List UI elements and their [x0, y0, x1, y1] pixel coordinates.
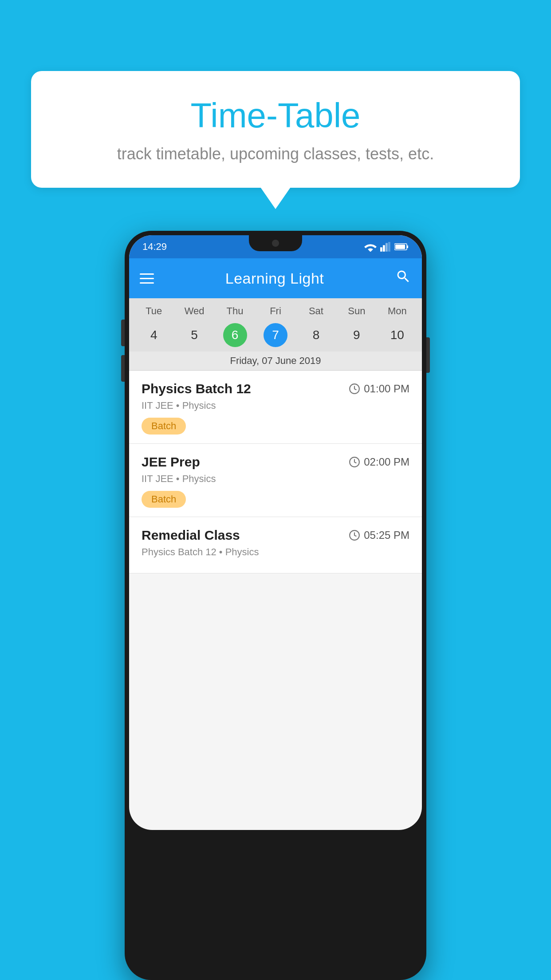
- day-name-sat: Sat: [296, 305, 336, 320]
- class-subtitle: IIT JEE • Physics: [142, 400, 409, 411]
- volume-down-button: [121, 355, 125, 382]
- svg-rect-1: [383, 245, 385, 251]
- class-item-header: Remedial Class 05:25 PM: [142, 528, 409, 543]
- status-bar: 14:29: [129, 235, 422, 258]
- calendar-day-6[interactable]: 6: [223, 323, 247, 347]
- class-name: Physics Batch 12: [142, 381, 251, 396]
- day-name-fri: Fri: [255, 305, 295, 320]
- volume-up-button: [121, 320, 125, 346]
- class-name: JEE Prep: [142, 454, 200, 470]
- calendar-day-names: Tue Wed Thu Fri Sat Sun Mon: [129, 305, 422, 320]
- list-item[interactable]: Remedial Class 05:25 PM Physics Batch 12…: [129, 517, 422, 573]
- calendar-day-4[interactable]: 4: [134, 323, 174, 347]
- class-time: 01:00 PM: [349, 383, 409, 395]
- calendar-day-8[interactable]: 8: [296, 323, 336, 347]
- selected-date: Friday, 07 June 2019: [129, 352, 422, 371]
- speech-bubble-section: Time-Table track timetable, upcoming cla…: [31, 71, 520, 188]
- time-label: 01:00 PM: [364, 383, 409, 395]
- svg-rect-3: [388, 242, 390, 252]
- app-title: Learning Light: [225, 270, 324, 287]
- list-item[interactable]: Physics Batch 12 01:00 PM IIT JEE • Phys…: [129, 371, 422, 444]
- calendar-day-5[interactable]: 5: [174, 323, 214, 347]
- svg-rect-0: [380, 247, 382, 252]
- class-subtitle: Physics Batch 12 • Physics: [142, 546, 409, 558]
- class-time: 02:00 PM: [349, 456, 409, 468]
- menu-button[interactable]: [140, 273, 154, 284]
- phone-frame: 14:29: [125, 231, 426, 980]
- day-name-wed: Wed: [174, 305, 214, 320]
- calendar-day-7[interactable]: 7: [264, 323, 287, 347]
- day-name-tue: Tue: [134, 305, 174, 320]
- battery-icon: [394, 243, 409, 251]
- clock-icon: [349, 530, 360, 541]
- app-bar: Learning Light: [129, 258, 422, 298]
- status-icons: [364, 242, 409, 252]
- class-item-header: JEE Prep 02:00 PM: [142, 454, 409, 470]
- bubble-title: Time-Table: [58, 95, 493, 136]
- notch: [249, 235, 302, 251]
- camera: [272, 240, 279, 247]
- speech-bubble: Time-Table track timetable, upcoming cla…: [31, 71, 520, 188]
- bubble-subtitle: track timetable, upcoming classes, tests…: [58, 145, 493, 163]
- status-time: 14:29: [142, 241, 167, 253]
- time-label: 05:25 PM: [364, 529, 409, 541]
- batch-badge: Batch: [142, 491, 186, 508]
- list-item[interactable]: JEE Prep 02:00 PM IIT JEE • Physics Batc…: [129, 444, 422, 517]
- svg-rect-2: [386, 243, 388, 252]
- clock-icon: [349, 383, 360, 395]
- power-button: [426, 337, 430, 373]
- calendar-section: Tue Wed Thu Fri Sat Sun Mon 4 5 6 7 8 9 …: [129, 298, 422, 371]
- calendar-day-10[interactable]: 10: [377, 323, 417, 347]
- day-name-thu: Thu: [215, 305, 255, 320]
- clock-icon: [349, 456, 360, 468]
- signal-icon: [380, 242, 391, 252]
- class-name: Remedial Class: [142, 528, 240, 543]
- svg-rect-5: [407, 245, 408, 248]
- calendar-day-9[interactable]: 9: [336, 323, 377, 347]
- svg-rect-6: [395, 245, 405, 249]
- wifi-icon: [364, 242, 377, 252]
- class-item-header: Physics Batch 12 01:00 PM: [142, 381, 409, 396]
- day-name-sun: Sun: [336, 305, 377, 320]
- phone-mockup: 14:29: [31, 231, 520, 980]
- time-label: 02:00 PM: [364, 456, 409, 468]
- class-list: Physics Batch 12 01:00 PM IIT JEE • Phys…: [129, 371, 422, 573]
- batch-badge: Batch: [142, 418, 186, 435]
- search-button[interactable]: [395, 269, 411, 288]
- class-subtitle: IIT JEE • Physics: [142, 473, 409, 485]
- phone-screen: 14:29: [129, 235, 422, 830]
- calendar-day-numbers: 4 5 6 7 8 9 10: [129, 320, 422, 352]
- class-time: 05:25 PM: [349, 529, 409, 541]
- day-name-mon: Mon: [377, 305, 417, 320]
